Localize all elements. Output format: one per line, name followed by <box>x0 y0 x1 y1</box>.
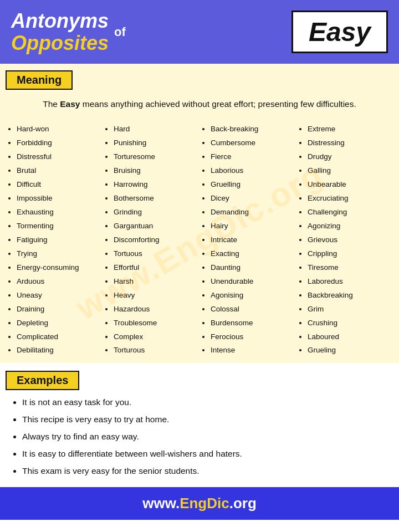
list-item: Burdensome <box>211 316 294 330</box>
header: Antonyms Opposites of Easy <box>0 0 399 64</box>
list-item: Bruising <box>114 164 197 178</box>
meaning-label-wrapper: Meaning <box>0 64 399 90</box>
list-item: Exacting <box>211 247 294 261</box>
list-item: Daunting <box>211 261 294 275</box>
list-item: Crippling <box>308 247 391 261</box>
words-col-3: Back-breaking Cumbersome Fierce Laboriou… <box>200 122 296 357</box>
words-grid: Hard-won Forbidding Distressful Brutal D… <box>6 122 393 357</box>
list-item: This exam is very easy for the senior st… <box>22 462 388 479</box>
list-item: Effortful <box>114 261 197 275</box>
list-item: Distressful <box>17 150 100 164</box>
list-item: Backbreaking <box>308 289 391 303</box>
list-item: Always try to find an easy way. <box>22 428 388 445</box>
list-item: Tiresome <box>308 261 391 275</box>
list-item: Grievous <box>308 233 391 247</box>
list-item: Uneasy <box>17 289 100 303</box>
list-item: Debilitating <box>17 344 100 357</box>
list-item: Punishing <box>114 136 197 150</box>
list-item: Heavy <box>114 289 197 303</box>
list-item: Discomforting <box>114 233 197 247</box>
examples-list: It is not an easy task for you. This rec… <box>17 393 388 479</box>
list-item: Back-breaking <box>211 122 294 136</box>
footer: www.EngDic.org <box>0 487 399 520</box>
words-col-2: Hard Punishing Torturesome Bruising Harr… <box>103 122 200 357</box>
header-word-box: Easy <box>291 11 388 53</box>
list-item: Difficult <box>17 178 100 192</box>
list-item: Impossible <box>17 192 100 206</box>
list-item: Depleting <box>17 316 100 330</box>
list-item: Laboredus <box>308 275 391 289</box>
footer-text: www.EngDic.org <box>142 495 257 511</box>
list-item: Hard-won <box>17 122 100 136</box>
list-item: Complicated <box>17 330 100 344</box>
list-item: Agonising <box>211 289 294 303</box>
header-opposites: Opposites <box>11 32 109 54</box>
list-item: Distressing <box>308 136 391 150</box>
list-item: Challenging <box>308 206 391 219</box>
list-item: Galling <box>308 164 391 178</box>
list-item: Harrowing <box>114 178 197 192</box>
meaning-label: Meaning <box>6 70 73 90</box>
list-item: Cumbersome <box>211 136 294 150</box>
meaning-section: The Easy means anything achieved without… <box>0 90 399 119</box>
words-col-4: Extreme Distressing Drudgy Galling Unbea… <box>296 122 393 357</box>
list-item: Crushing <box>308 316 391 330</box>
list-item: Hairy <box>211 219 294 233</box>
list-item: It is easy to differentiate between well… <box>22 445 388 462</box>
list-item: Laborious <box>211 164 294 178</box>
header-word: Easy <box>309 17 371 47</box>
list-item: Hard <box>114 122 197 136</box>
header-of: of <box>114 25 126 39</box>
header-left: Antonyms Opposites <box>11 10 109 54</box>
list-item: Bothersome <box>114 192 197 206</box>
list-item: Extreme <box>308 122 391 136</box>
list-item: Energy-consuming <box>17 261 100 275</box>
meaning-text: The Easy means anything achieved without… <box>11 93 388 111</box>
list-item: Colossal <box>211 303 294 316</box>
list-item: Grinding <box>114 206 197 219</box>
list-item: Intricate <box>211 233 294 247</box>
list-item: Forbidding <box>17 136 100 150</box>
list-item: Excruciating <box>308 192 391 206</box>
footer-brand: EngDic <box>180 495 229 511</box>
list-item: Gargantuan <box>114 219 197 233</box>
list-item: Troublesome <box>114 316 197 330</box>
header-antonyms: Antonyms <box>11 10 109 32</box>
list-item: Exhausting <box>17 206 100 219</box>
list-item: Unbearable <box>308 178 391 192</box>
words-section: www.EngDic.org Hard-won Forbidding Distr… <box>0 119 399 363</box>
list-item: Harsh <box>114 275 197 289</box>
examples-label-wrapper: Examples <box>0 363 399 390</box>
list-item: It is not an easy task for you. <box>22 393 388 411</box>
list-item: Grueling <box>308 344 391 357</box>
header-title-group: Antonyms Opposites of <box>11 10 291 54</box>
list-item: Arduous <box>17 275 100 289</box>
list-item: Laboured <box>308 330 391 344</box>
list-item: Draining <box>17 303 100 316</box>
list-item: Demanding <box>211 206 294 219</box>
list-item: Tormenting <box>17 219 100 233</box>
list-item: Grim <box>308 303 391 316</box>
list-item: Brutal <box>17 164 100 178</box>
words-col-1: Hard-won Forbidding Distressful Brutal D… <box>6 122 103 357</box>
list-item: Trying <box>17 247 100 261</box>
list-item: Gruelling <box>211 178 294 192</box>
list-item: Torturous <box>114 344 197 357</box>
list-item: Complex <box>114 330 197 344</box>
list-item: This recipe is very easy to try at home. <box>22 411 388 428</box>
examples-label: Examples <box>6 371 79 390</box>
list-item: Intense <box>211 344 294 357</box>
list-item: Fierce <box>211 150 294 164</box>
list-item: Drudgy <box>308 150 391 164</box>
list-item: Torturesome <box>114 150 197 164</box>
meaning-bold-word: Easy <box>60 99 80 109</box>
list-item: Agonizing <box>308 219 391 233</box>
list-item: Hazardous <box>114 303 197 316</box>
list-item: Dicey <box>211 192 294 206</box>
examples-section: It is not an easy task for you. This rec… <box>0 390 399 487</box>
list-item: Ferocious <box>211 330 294 344</box>
list-item: Fatiguing <box>17 233 100 247</box>
list-item: Unendurable <box>211 275 294 289</box>
list-item: Tortuous <box>114 247 197 261</box>
